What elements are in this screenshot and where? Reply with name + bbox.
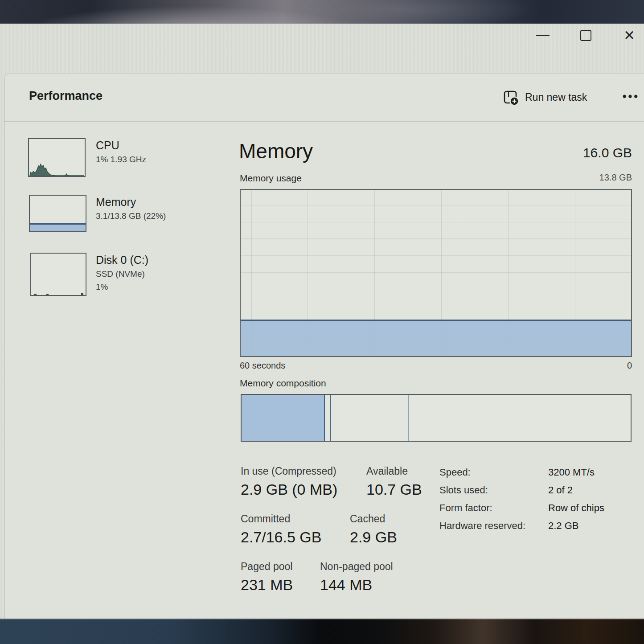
memory-usage-fill bbox=[241, 320, 631, 356]
stat-in-use-value: 2.9 GB (0 MB) bbox=[241, 481, 337, 498]
composition-segment-standby bbox=[331, 395, 409, 441]
page-title: Performance bbox=[29, 89, 103, 103]
stat-in-use-label: In use (Compressed) bbox=[241, 465, 337, 477]
maximize-icon bbox=[580, 30, 591, 41]
detail-slots-label: Slots used: bbox=[439, 484, 548, 496]
desktop-wallpaper-bottom bbox=[0, 619, 644, 644]
composition-segment-in-use bbox=[242, 395, 325, 441]
task-manager-screenshot: ✕ Performance Run new task ••• bbox=[0, 0, 644, 644]
close-button[interactable]: ✕ bbox=[615, 26, 644, 45]
memory-composition-label: Memory composition bbox=[240, 378, 326, 389]
memory-mini-chart bbox=[29, 195, 86, 232]
cpu-item-stats: 1% 1.93 GHz bbox=[96, 153, 146, 166]
disk-mini-chart bbox=[30, 253, 86, 296]
detail-form-factor-label: Form factor: bbox=[439, 501, 548, 514]
detail-speed-label: Speed: bbox=[439, 466, 548, 479]
desktop-wallpaper-top bbox=[0, 0, 644, 24]
stat-available-value: 10.7 GB bbox=[366, 481, 422, 498]
stat-paged-pool: Paged pool 231 MB bbox=[241, 561, 293, 594]
detail-slots-value: 2 of 2 bbox=[548, 484, 604, 496]
minimize-icon bbox=[536, 35, 550, 36]
disk-item-type: SSD (NVMe) bbox=[96, 267, 148, 280]
window-caption-controls: ✕ bbox=[528, 26, 644, 45]
memory-usage-label: Memory usage bbox=[240, 173, 302, 184]
disk-activity-tick bbox=[46, 294, 49, 295]
more-options-button[interactable]: ••• bbox=[619, 86, 643, 107]
stat-available: Available 10.7 GB bbox=[366, 465, 422, 498]
memory-composition-bar bbox=[241, 394, 632, 442]
memory-item-stats: 3.1/13.8 GB (22%) bbox=[96, 209, 166, 222]
stat-non-paged-pool-label: Non-paged pool bbox=[320, 561, 393, 573]
sidebar-item-memory[interactable]: Memory 3.1/13.8 GB (22%) bbox=[18, 195, 214, 239]
detail-hw-reserved-value: 2.2 GB bbox=[548, 519, 604, 532]
stat-committed-label: Committed bbox=[241, 513, 321, 525]
memory-usage-graph bbox=[240, 189, 632, 357]
task-manager-window: ✕ Performance Run new task ••• bbox=[0, 24, 644, 619]
ellipsis-icon: ••• bbox=[623, 90, 640, 103]
run-new-task-button[interactable]: Run new task bbox=[499, 86, 591, 108]
minimize-button[interactable] bbox=[528, 26, 558, 45]
memory-item-title: Memory bbox=[96, 195, 166, 209]
new-task-icon bbox=[503, 89, 519, 105]
memory-capacity: 16.0 GB bbox=[583, 145, 632, 160]
memory-page-title: Memory bbox=[239, 139, 313, 163]
stat-paged-pool-label: Paged pool bbox=[241, 561, 293, 573]
stat-paged-pool-value: 231 MB bbox=[241, 576, 293, 594]
stat-cached: Cached 2.9 GB bbox=[350, 513, 397, 546]
graph-x-axis-right: 0 bbox=[627, 361, 632, 371]
sidebar-item-cpu[interactable]: CPU 1% 1.93 GHz bbox=[18, 138, 214, 183]
close-icon: ✕ bbox=[623, 29, 635, 42]
cpu-history-sparkline bbox=[29, 139, 85, 176]
memory-usage-max: 13.8 GB bbox=[599, 172, 632, 183]
composition-segment-modified bbox=[325, 395, 331, 441]
cpu-item-text: CPU 1% 1.93 GHz bbox=[96, 138, 146, 166]
detail-form-factor-value: Row of chips bbox=[548, 501, 604, 514]
stat-committed-value: 2.7/16.5 GB bbox=[241, 529, 321, 546]
detail-hw-reserved-label: Hardware reserved: bbox=[439, 519, 548, 532]
disk-item-title: Disk 0 (C:) bbox=[96, 253, 148, 267]
stat-non-paged-pool: Non-paged pool 144 MB bbox=[320, 561, 393, 594]
cpu-mini-chart bbox=[28, 138, 86, 177]
stat-available-label: Available bbox=[366, 465, 422, 477]
hardware-details: Speed: 3200 MT/s Slots used: 2 of 2 Form… bbox=[439, 466, 604, 532]
memory-mini-fill bbox=[30, 223, 86, 231]
detail-speed-value: 3200 MT/s bbox=[548, 466, 604, 479]
disk-activity-tick bbox=[34, 294, 37, 295]
stat-in-use: In use (Compressed) 2.9 GB (0 MB) bbox=[241, 465, 337, 498]
composition-segment-free bbox=[409, 395, 631, 441]
stat-cached-value: 2.9 GB bbox=[350, 529, 397, 546]
stat-non-paged-pool-value: 144 MB bbox=[320, 576, 393, 594]
disk-item-usage: 1% bbox=[96, 280, 148, 293]
stat-committed: Committed 2.7/16.5 GB bbox=[241, 513, 321, 546]
graph-x-axis-left: 60 seconds bbox=[240, 361, 285, 371]
disk-item-text: Disk 0 (C:) SSD (NVMe) 1% bbox=[96, 253, 148, 293]
sidebar-item-disk0[interactable]: Disk 0 (C:) SSD (NVMe) 1% bbox=[18, 253, 214, 306]
maximize-button[interactable] bbox=[571, 26, 600, 45]
header-separator bbox=[4, 121, 644, 122]
disk-activity-tick bbox=[81, 293, 83, 295]
stat-cached-label: Cached bbox=[350, 513, 397, 525]
run-new-task-label: Run new task bbox=[525, 91, 587, 103]
memory-item-text: Memory 3.1/13.8 GB (22%) bbox=[96, 195, 166, 222]
cpu-item-title: CPU bbox=[96, 138, 146, 153]
